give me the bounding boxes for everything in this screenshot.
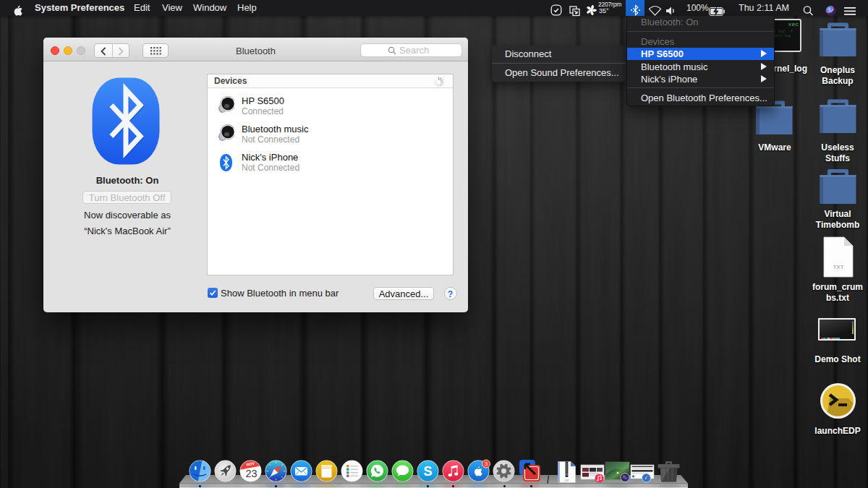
svg-text:TXT: TXT: [833, 264, 843, 270]
svg-text:23: 23: [245, 468, 257, 479]
svg-text:3: 3: [484, 461, 488, 467]
svg-text:S: S: [423, 464, 432, 479]
svg-text:ZIP: ZIP: [564, 479, 569, 482]
